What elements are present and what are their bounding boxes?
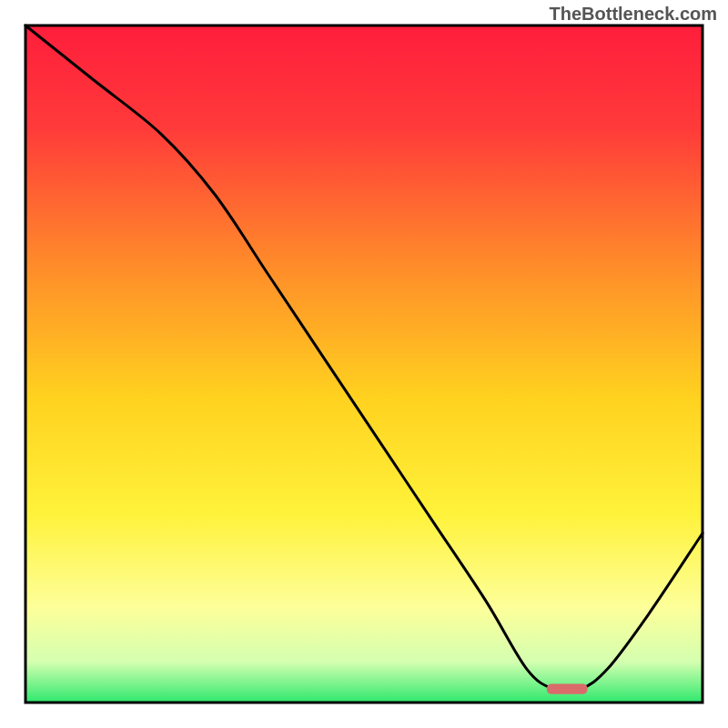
bottleneck-chart: [0, 0, 728, 728]
gradient-background: [25, 25, 703, 703]
watermark-text: TheBottleneck.com: [550, 4, 717, 25]
chart-container: TheBottleneck.com: [0, 0, 728, 728]
optimum-marker: [547, 684, 588, 694]
